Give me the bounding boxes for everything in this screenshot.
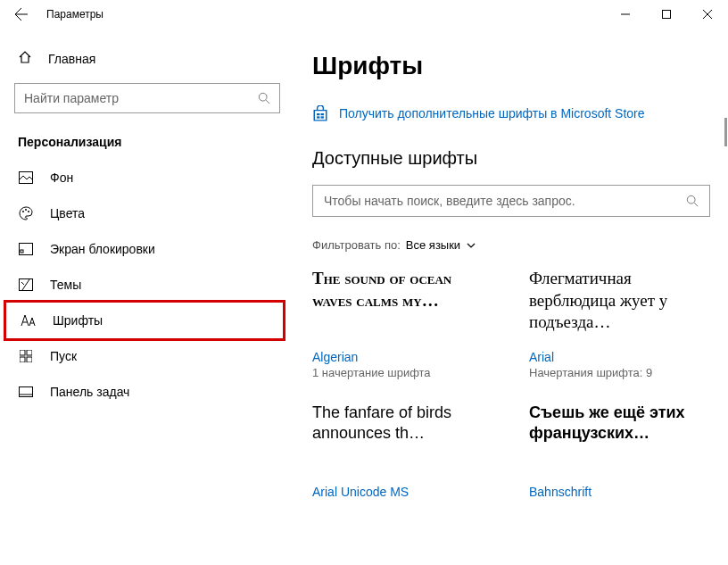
minimize-button[interactable] [605,0,646,29]
svg-point-5 [28,211,29,212]
font-meta: Начертания шрифта: 9 [529,366,710,379]
close-icon [703,10,712,19]
home-icon [18,50,32,67]
minimize-icon [621,10,630,19]
font-card[interactable]: Флегматичная верблюдица жует у подъезда…… [529,268,710,379]
svg-rect-15 [317,113,319,115]
store-icon [312,105,328,121]
sidebar-item-fonts[interactable]: Шрифты [4,300,285,341]
font-search-input[interactable]: Чтобы начать поиск, введите здесь запрос… [312,185,710,217]
svg-rect-17 [317,116,319,118]
search-icon [686,195,699,207]
sidebar-item-start[interactable]: Пуск [0,338,294,374]
svg-rect-0 [663,11,671,19]
sidebar-item-colors[interactable]: Цвета [0,195,294,231]
start-icon [18,350,34,362]
maximize-button[interactable] [646,0,687,29]
search-icon [258,92,270,104]
font-name: Algerian [312,350,493,364]
arrow-left-icon [14,7,29,21]
window-title: Параметры [46,8,103,21]
sidebar-home[interactable]: Главная [0,41,294,76]
sidebar-home-label: Главная [48,52,95,66]
main-content: Шрифты Получить дополнительные шрифты в … [294,29,728,565]
svg-point-3 [22,211,24,212]
filter-label: Фильтровать по: [312,238,401,252]
svg-point-1 [259,93,267,101]
font-card[interactable]: Съешь же ещё этих французских… Bahnschri… [529,403,710,501]
sidebar-item-label: Пуск [50,349,77,363]
sidebar-item-label: Экран блокировки [50,242,155,256]
svg-rect-16 [321,113,324,115]
sidebar-item-label: Шрифты [53,313,103,328]
back-button[interactable] [7,0,36,29]
font-name: Arial Unicode MS [312,485,493,499]
font-sample: Съешь же ещё этих французских… [529,403,710,476]
font-card[interactable]: The sound of ocean waves calms my… Alger… [312,268,493,379]
image-icon [18,171,34,184]
svg-rect-11 [20,357,25,362]
font-name: Bahnschrift [529,485,710,499]
sidebar-section-title: Персонализация [0,113,294,160]
sidebar-item-lockscreen[interactable]: Экран блокировки [0,231,294,267]
filter-row[interactable]: Фильтровать по: Все языки [312,238,710,252]
sidebar-item-label: Фон [50,170,73,185]
taskbar-icon [18,386,34,397]
filter-value: Все языки [406,238,460,252]
font-search-placeholder: Чтобы начать поиск, введите здесь запрос… [324,194,686,208]
page-title: Шрифты [312,52,710,80]
sidebar: Главная Найти параметр Персонализация Фо… [0,29,294,565]
sidebar-item-label: Цвета [50,206,85,220]
font-sample: The fanfare of birds announces th… [312,403,493,476]
font-card[interactable]: The fanfare of birds announces th… Arial… [312,403,493,501]
chevron-down-icon [466,240,476,251]
svg-rect-13 [20,387,33,397]
maximize-icon [662,10,671,19]
themes-icon [18,278,34,291]
scrollbar-thumb[interactable] [724,118,727,146]
sidebar-item-background[interactable]: Фон [0,160,294,195]
svg-rect-10 [27,350,32,355]
sidebar-item-themes[interactable]: Темы [0,267,294,303]
svg-rect-7 [21,250,23,253]
svg-rect-6 [20,244,33,255]
sidebar-item-label: Темы [50,278,81,292]
available-fonts-heading: Доступные шрифты [312,148,710,169]
store-link-text: Получить дополнительные шрифты в Microso… [339,106,645,120]
svg-rect-18 [321,116,324,118]
font-sample: The sound of ocean waves calms my… [312,268,493,341]
sidebar-search-placeholder: Найти параметр [24,91,258,105]
palette-icon [18,206,34,220]
font-sample: Флегматичная верблюдица жует у подъезда… [529,268,710,341]
svg-point-4 [25,209,27,211]
svg-rect-12 [27,357,32,362]
sidebar-item-label: Панель задач [50,385,129,399]
svg-point-19 [687,195,695,204]
font-icon [21,314,37,327]
svg-rect-9 [20,350,25,355]
font-meta: 1 начертание шрифта [312,366,493,379]
close-button[interactable] [687,0,728,29]
sidebar-search-input[interactable]: Найти параметр [14,83,280,113]
lockscreen-icon [18,243,34,255]
sidebar-item-taskbar[interactable]: Панель задач [0,374,294,410]
titlebar: Параметры [0,0,728,29]
store-link[interactable]: Получить дополнительные шрифты в Microso… [312,105,710,121]
font-name: Arial [529,350,710,364]
